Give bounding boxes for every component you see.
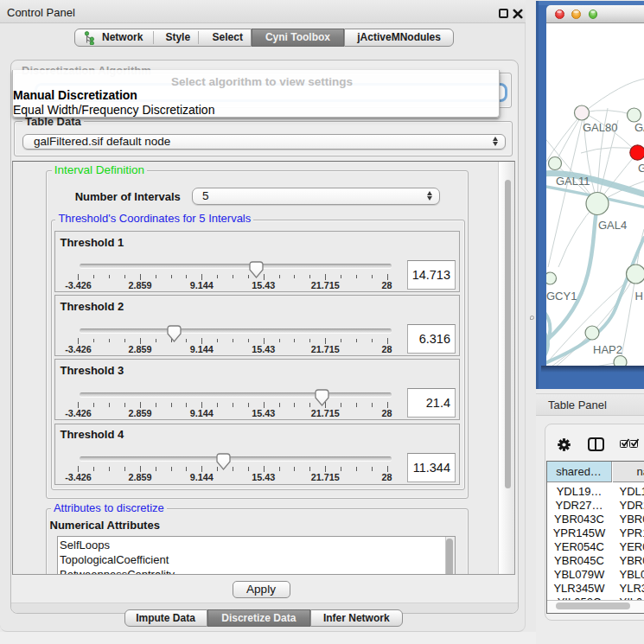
svg-text:GCY1: GCY1 (546, 290, 577, 303)
svg-text:HAP2: HAP2 (593, 343, 622, 356)
svg-text:H: H (635, 290, 643, 303)
svg-text:GAL80: GAL80 (583, 121, 617, 134)
svg-text:GA: GA (634, 121, 644, 134)
svg-text:GAL4: GAL4 (598, 219, 627, 232)
svg-text:G: G (638, 162, 644, 175)
svg-text:GAL11: GAL11 (556, 175, 590, 188)
